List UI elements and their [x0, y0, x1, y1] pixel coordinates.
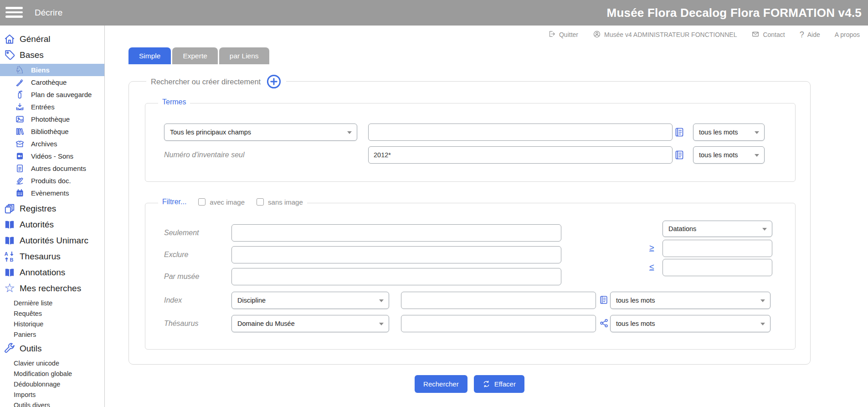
- sidebar-item-label: Général: [20, 34, 51, 44]
- sidebar-item-biens[interactable]: ♘ Biens: [0, 64, 104, 76]
- sidebar-item-autorites-unimarc[interactable]: Autorités Unimarc: [0, 232, 104, 248]
- match-mode-select-2[interactable]: tous les mots: [693, 146, 765, 164]
- sidebar-item-carotheque[interactable]: Carothèque: [0, 76, 104, 88]
- open-book-icon: [3, 234, 16, 247]
- sidebar-item-annotations[interactable]: Annotations: [0, 264, 104, 280]
- avec-image-option: avec image: [198, 198, 245, 206]
- quitter-link[interactable]: Quitter: [548, 30, 578, 39]
- plus-circle-icon[interactable]: [266, 74, 282, 89]
- field-select[interactable]: Tous les principaux champs: [164, 124, 357, 141]
- actions-row: Rechercher Effacer: [128, 375, 811, 393]
- chevron-down-icon: [762, 228, 767, 231]
- sidebar-item-autres-documents[interactable]: Autres documents: [0, 162, 104, 175]
- sidebar-item-registres[interactable]: Registres: [0, 201, 104, 216]
- sidebar-item-historique[interactable]: Historique: [0, 319, 104, 329]
- sidebar-item-label: Historique: [14, 320, 43, 328]
- sidebar-item-bases[interactable]: Bases: [0, 47, 104, 63]
- hierarchy-icon[interactable]: [599, 318, 610, 329]
- index-book-icon[interactable]: [674, 127, 685, 138]
- index-select-value: Discipline: [237, 297, 266, 304]
- sidebar-item-label: Autorités: [20, 220, 54, 230]
- document-icon: [14, 163, 25, 174]
- rechercher-button[interactable]: Rechercher: [415, 375, 467, 393]
- sidebar-item-bibliotheque[interactable]: Bibliothèque: [0, 125, 104, 138]
- effacer-button[interactable]: Effacer: [474, 375, 524, 393]
- par-musee-input[interactable]: [231, 268, 561, 285]
- sidebar-item-clavier-unicode[interactable]: Clavier unicode: [0, 358, 104, 368]
- sidebar-item-produits-doc[interactable]: Produits doc.: [0, 175, 104, 187]
- terms-search-input[interactable]: [368, 124, 673, 141]
- datations-select-value: Datations: [668, 225, 696, 232]
- index-match-select[interactable]: tous les mots: [610, 292, 770, 309]
- termes-legend: Termes: [158, 98, 190, 106]
- index-label: Index: [164, 292, 182, 309]
- sidebar-item-general[interactable]: Général: [0, 31, 104, 47]
- sidebar-item-phototheque[interactable]: Photothèque: [0, 113, 104, 125]
- effacer-label: Effacer: [494, 380, 516, 388]
- thesaurus-input[interactable]: [401, 315, 596, 332]
- lte-link[interactable]: ≤: [649, 262, 654, 272]
- index-book-icon[interactable]: [674, 149, 685, 160]
- sidebar-item-evenements[interactable]: Evènements: [0, 187, 104, 199]
- topbar: Décrire Musée Flora Decalog Flora FORMAT…: [0, 0, 868, 26]
- sidebar-item-mes-recherches[interactable]: ☆ Mes recherches: [0, 280, 104, 296]
- sidebar-item-label: Mes recherches: [20, 283, 81, 294]
- sans-image-checkbox[interactable]: [257, 198, 264, 206]
- inventory-input[interactable]: [368, 146, 673, 164]
- sidebar-item-outils-divers[interactable]: Outils divers: [0, 400, 104, 407]
- datations-select[interactable]: Datations: [663, 221, 772, 237]
- index-book-icon[interactable]: [599, 295, 610, 306]
- contact-link[interactable]: Contact: [751, 30, 785, 40]
- sidebar-item-entrees[interactable]: Entrées: [0, 101, 104, 113]
- avec-image-checkbox[interactable]: [198, 198, 205, 206]
- thesaurus-match-select[interactable]: tous les mots: [610, 315, 770, 332]
- sidebar-item-dedoublonnage[interactable]: Dédoublonnage: [0, 379, 104, 389]
- writing-pages-icon: [14, 175, 25, 186]
- sidebar-item-label: Evènements: [31, 189, 69, 197]
- chevron-down-icon: [755, 131, 759, 134]
- sidebar-item-autorites[interactable]: Autorités: [0, 216, 104, 232]
- lte-input[interactable]: [663, 259, 772, 276]
- sidebar-item-paniers[interactable]: Paniers: [0, 329, 104, 340]
- tab-par-liens[interactable]: par Liens: [219, 47, 269, 64]
- seulement-input[interactable]: [231, 224, 561, 242]
- menu-icon[interactable]: [5, 5, 24, 21]
- mail-icon: [751, 30, 760, 40]
- match-mode-value: tous les mots: [699, 129, 738, 136]
- tab-experte[interactable]: Experte: [172, 47, 217, 64]
- sidebar-item-thesaurus[interactable]: AB Thesaurus: [0, 248, 104, 264]
- sidebar-item-videos-sons[interactable]: Vidéos - Sons: [0, 150, 104, 162]
- chevron-down-icon: [379, 323, 384, 325]
- index-select[interactable]: Discipline: [231, 292, 389, 309]
- sidebar-item-label: Thesaurus: [20, 252, 61, 262]
- stacked-windows-icon: [3, 202, 16, 216]
- gte-link[interactable]: ≥: [649, 243, 654, 253]
- gte-input[interactable]: [663, 240, 772, 257]
- sidebar-item-label: Autres documents: [31, 165, 86, 172]
- exclure-label: Exclure: [164, 246, 188, 263]
- thesaurus-select[interactable]: Domaine du Musée: [231, 315, 389, 332]
- sidebar-item-label: Imports: [14, 391, 36, 398]
- sidebar-item-outils[interactable]: Outils: [0, 340, 104, 356]
- sidebar-item-plan-de-sauvegarde[interactable]: Plan de sauvegarde: [0, 88, 104, 101]
- exclure-input[interactable]: [231, 246, 561, 263]
- aide-link[interactable]: ? Aide: [800, 30, 820, 40]
- thesaurus-select-value: Domaine du Musée: [237, 320, 295, 327]
- user-icon: [593, 30, 601, 40]
- sidebar-item-label: Annotations: [20, 268, 65, 278]
- user-menu[interactable]: Musée v4 ADMINISTRATEUR FONCTIONNEL: [593, 30, 737, 40]
- index-input[interactable]: [401, 292, 596, 309]
- sidebar-item-modification-globale[interactable]: Modification globale: [0, 368, 104, 379]
- sidebar-item-derniere-liste[interactable]: Dernière liste: [0, 298, 104, 308]
- match-mode-select-1[interactable]: tous les mots: [693, 124, 765, 141]
- panel-legend-label: Rechercher ou créer directement: [151, 77, 261, 86]
- fire-extinguisher-icon: [14, 89, 25, 100]
- wrench-icon: [3, 342, 16, 355]
- sidebar-item-requetes[interactable]: Requêtes: [0, 308, 104, 319]
- apropos-link[interactable]: A propos: [835, 31, 860, 38]
- open-box-icon: [14, 139, 25, 149]
- sidebar-item-archives[interactable]: Archives: [0, 138, 104, 150]
- filtrer-legend-label[interactable]: Filtrer...: [162, 198, 186, 206]
- tab-simple[interactable]: Simple: [128, 47, 171, 64]
- sidebar-item-imports[interactable]: Imports: [0, 389, 104, 400]
